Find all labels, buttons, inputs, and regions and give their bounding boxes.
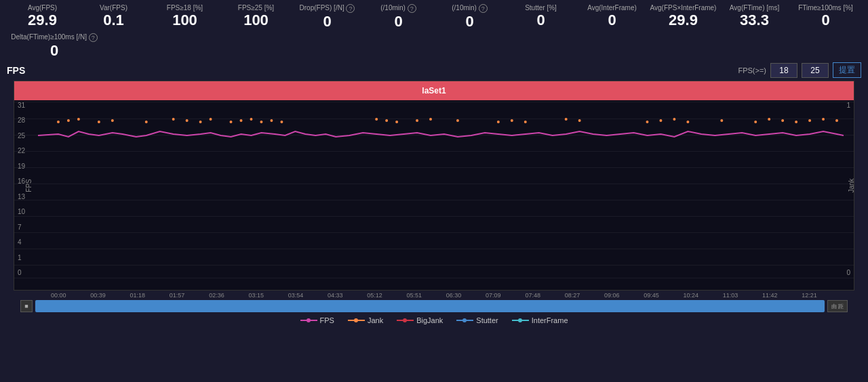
scroll-left-button[interactable]: ■ [20, 300, 33, 312]
metric-10min-2: (/10min) ? 0 [434, 4, 505, 30]
y-label-0: 0 [18, 269, 25, 276]
legend-jank-label: Jank [368, 316, 383, 324]
x-label-16: 10:24 [684, 292, 699, 299]
svg-point-30 [686, 121, 689, 123]
metric-ftime-100ms: FTime≥100ms [%] 0 [790, 4, 861, 29]
metric-fps-18-value: 100 [172, 12, 197, 29]
y-label-4: 4 [18, 238, 25, 246]
svg-point-15 [280, 121, 283, 123]
metric-fps-18: FPS≥18 [%] 100 [149, 4, 220, 29]
y-label-16: 16 [18, 177, 25, 185]
y-label-10: 10 [18, 208, 25, 215]
metric-avg-fps: Avg(FPS) 29.9 [7, 4, 78, 29]
svg-point-21 [456, 119, 459, 122]
metric-ftime-100ms-label: FTime≥100ms [%] [798, 4, 853, 12]
legend-bigjank-icon [397, 317, 414, 324]
svg-point-0 [57, 121, 60, 123]
fps-input-25[interactable] [802, 63, 829, 78]
svg-point-13 [260, 121, 262, 123]
svg-point-23 [511, 119, 513, 122]
svg-point-31 [720, 119, 723, 122]
scrollbar-row: ■ 由 距 [14, 299, 854, 314]
fps-header: FPS FPS(>=) 提置 [7, 62, 861, 78]
y-label-1: 1 [18, 254, 25, 261]
y-label-22: 22 [18, 147, 25, 154]
svg-point-24 [524, 121, 527, 123]
metric-fps-18-label: FPS≥18 [%] [167, 4, 203, 12]
svg-point-17 [385, 119, 388, 122]
svg-point-37 [822, 118, 825, 121]
x-label-17: 11:03 [723, 292, 738, 299]
10min-2-help-icon[interactable]: ? [479, 4, 488, 13]
metric-10min-1-value: 0 [394, 13, 402, 30]
10min-1-help-icon[interactable]: ? [408, 4, 416, 13]
right-label-0: 0 [846, 269, 850, 276]
metric-avg-fps-interframe-label: Avg(FPS×InterFrame) [650, 4, 717, 12]
svg-point-46 [462, 318, 467, 322]
x-label-5: 03:15 [248, 292, 264, 299]
metric-drop-fps: Drop(FPS) [/N] ? 0 [292, 4, 363, 30]
metric-avg-ftime-value: 33.3 [740, 12, 769, 29]
x-label-9: 05:51 [407, 292, 422, 299]
metric-fps-25-value: 100 [243, 12, 269, 29]
chart-bg: laSet1 31 28 25 22 19 16 13 1 [14, 81, 854, 291]
svg-point-29 [673, 118, 675, 121]
x-label-19: 12:21 [802, 292, 817, 299]
svg-point-36 [808, 119, 811, 122]
jank-axis-label: Jank [848, 178, 854, 192]
svg-point-18 [395, 121, 398, 123]
legend-jank: Jank [348, 316, 383, 324]
svg-point-11 [239, 119, 242, 122]
metric-avg-fps-interframe-value: 29.9 [669, 12, 698, 29]
x-label-15: 09:45 [644, 292, 659, 299]
y-label-25: 25 [18, 132, 25, 140]
svg-point-19 [416, 119, 418, 122]
metric-var-fps-label: Var(FPS) [100, 4, 127, 12]
svg-point-4 [111, 119, 114, 122]
metric-stutter-label: Stutter [%] [525, 4, 557, 12]
legend-stutter-icon [456, 317, 473, 324]
metric-10min-1: (/10min) ? 0 [363, 4, 434, 30]
svg-point-10 [230, 121, 233, 123]
scrollbar-track[interactable] [35, 300, 825, 312]
metric-10min-2-value: 0 [465, 13, 473, 30]
metric-avg-interframe: Avg(InterFrame) 0 [576, 4, 648, 29]
fps-input-18[interactable] [770, 63, 797, 78]
legend-interframe-label: InterFrame [532, 316, 568, 324]
metric-ftime-100ms-value: 0 [821, 12, 829, 29]
metric-10min-1-label: (/10min) ? [380, 4, 416, 13]
legend-interframe-icon [512, 317, 529, 324]
fps-axis-label: FPS [25, 179, 33, 192]
fps-controls: FPS(>=) 提置 [738, 62, 861, 78]
svg-point-48 [518, 318, 522, 322]
metric-drop-fps-value: 0 [323, 13, 331, 30]
delta-ftime-help-icon[interactable]: ? [89, 33, 98, 42]
legend-row: FPS Jank BigJank Stutter InterFrame [0, 314, 868, 327]
x-label-18: 11:42 [762, 292, 778, 299]
metrics-row-1: Avg(FPS) 29.9 Var(FPS) 0.1 FPS≥18 [%] 10… [0, 0, 868, 32]
svg-point-32 [754, 121, 757, 123]
x-label-11: 07:09 [486, 292, 501, 299]
metric-stutter-value: 0 [536, 12, 545, 29]
metric-avg-fps-label: Avg(FPS) [28, 4, 57, 12]
x-label-4: 02:36 [209, 292, 224, 299]
fps-section: FPS FPS(>=) 提置 laSet1 [0, 61, 868, 314]
legend-fps-icon [300, 317, 317, 324]
legend-bigjank-label: BigJank [416, 316, 443, 324]
fps-title: FPS [7, 65, 25, 76]
svg-point-40 [307, 318, 311, 322]
x-label-10: 06:30 [446, 292, 462, 299]
x-label-2: 01:18 [130, 292, 146, 299]
drop-fps-help-icon[interactable]: ? [346, 4, 355, 13]
svg-point-42 [354, 318, 358, 322]
svg-point-7 [186, 119, 189, 122]
svg-point-14 [270, 119, 273, 122]
metric-var-fps: Var(FPS) 0.1 [78, 4, 149, 29]
svg-point-1 [67, 119, 70, 122]
scroll-end-button[interactable]: 由 距 [827, 300, 848, 312]
fps-set-button[interactable]: 提置 [833, 62, 861, 78]
svg-point-6 [172, 118, 175, 121]
legend-fps-label: FPS [320, 316, 334, 324]
metric-var-fps-value: 0.1 [103, 12, 124, 29]
legend-bigjank: BigJank [397, 316, 443, 324]
